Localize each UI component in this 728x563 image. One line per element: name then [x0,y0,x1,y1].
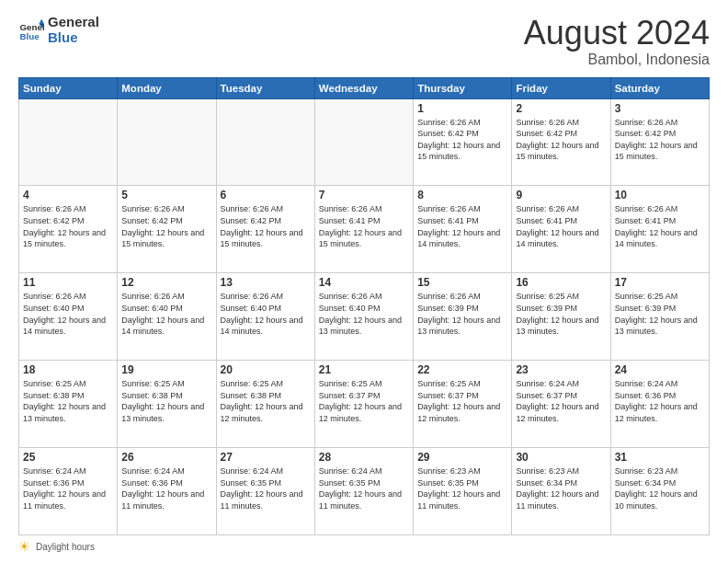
calendar-cell: 23Sunrise: 6:24 AMSunset: 6:37 PMDayligh… [512,361,610,448]
day-number: 22 [417,363,507,376]
day-number: 28 [319,451,409,464]
day-number: 10 [615,189,705,201]
calendar-cell: 28Sunrise: 6:24 AMSunset: 6:35 PMDayligh… [314,448,413,535]
day-info: Sunrise: 6:24 AMSunset: 6:36 PMDaylight:… [23,465,113,511]
calendar-cell [314,98,413,186]
day-info: Sunrise: 6:25 AMSunset: 6:37 PMDaylight:… [319,378,409,424]
day-number: 29 [417,451,507,464]
day-number: 2 [516,102,606,115]
calendar-cell: 24Sunrise: 6:24 AMSunset: 6:36 PMDayligh… [610,361,709,448]
calendar-cell: 6Sunrise: 6:26 AMSunset: 6:42 PMDaylight… [216,186,314,273]
day-info: Sunrise: 6:26 AMSunset: 6:40 PMDaylight:… [23,291,113,337]
day-info: Sunrise: 6:25 AMSunset: 6:38 PMDaylight:… [121,378,211,424]
calendar-cell: 11Sunrise: 6:26 AMSunset: 6:40 PMDayligh… [19,273,118,361]
calendar-cell: 10Sunrise: 6:26 AMSunset: 6:41 PMDayligh… [610,186,709,273]
calendar-cell: 30Sunrise: 6:23 AMSunset: 6:34 PMDayligh… [512,448,610,535]
day-info: Sunrise: 6:26 AMSunset: 6:42 PMDaylight:… [221,203,311,249]
calendar-week-row: 18Sunrise: 6:25 AMSunset: 6:38 PMDayligh… [19,361,710,448]
daylight-label: Daylight hours [36,542,95,552]
day-number: 1 [417,102,507,115]
calendar-week-row: 11Sunrise: 6:26 AMSunset: 6:40 PMDayligh… [19,273,710,361]
logo: General Blue General Blue [18,15,99,45]
logo-blue-text: Blue [48,30,99,46]
calendar-cell: 1Sunrise: 6:26 AMSunset: 6:42 PMDaylight… [414,98,512,186]
day-info: Sunrise: 6:24 AMSunset: 6:36 PMDaylight:… [121,465,211,511]
day-number: 23 [516,363,606,376]
calendar-week-row: 4Sunrise: 6:26 AMSunset: 6:42 PMDaylight… [19,186,710,273]
day-info: Sunrise: 6:26 AMSunset: 6:41 PMDaylight:… [417,203,507,249]
title-block: August 2024 Bambol, Indonesia [524,15,710,68]
day-number: 26 [121,451,211,464]
calendar-cell: 14Sunrise: 6:26 AMSunset: 6:40 PMDayligh… [314,273,413,361]
sun-icon: ☀ [18,539,30,554]
calendar-cell: 8Sunrise: 6:26 AMSunset: 6:41 PMDaylight… [414,186,512,273]
day-number: 13 [221,276,311,289]
day-number: 25 [23,451,113,464]
day-info: Sunrise: 6:26 AMSunset: 6:41 PMDaylight:… [615,203,705,249]
calendar-cell: 19Sunrise: 6:25 AMSunset: 6:38 PMDayligh… [118,361,216,448]
calendar-cell: 31Sunrise: 6:23 AMSunset: 6:34 PMDayligh… [610,448,709,535]
logo-general-text: General [48,15,99,30]
col-header-wednesday: Wednesday [314,77,413,98]
logo-icon: General Blue [18,17,44,43]
calendar-cell: 18Sunrise: 6:25 AMSunset: 6:38 PMDayligh… [19,361,118,448]
calendar-cell: 7Sunrise: 6:26 AMSunset: 6:41 PMDaylight… [314,186,413,273]
calendar-cell: 26Sunrise: 6:24 AMSunset: 6:36 PMDayligh… [118,448,216,535]
calendar-cell: 2Sunrise: 6:26 AMSunset: 6:42 PMDaylight… [512,98,610,186]
day-info: Sunrise: 6:26 AMSunset: 6:41 PMDaylight:… [319,203,409,249]
calendar-cell: 15Sunrise: 6:26 AMSunset: 6:39 PMDayligh… [414,273,512,361]
day-number: 11 [23,276,113,289]
col-header-sunday: Sunday [19,77,118,98]
day-number: 6 [221,189,311,201]
day-number: 18 [23,363,113,376]
svg-text:Blue: Blue [19,30,40,40]
day-number: 9 [516,189,606,201]
col-header-saturday: Saturday [610,77,709,98]
svg-marker-2 [39,18,44,24]
day-number: 16 [516,276,606,289]
calendar-cell: 12Sunrise: 6:26 AMSunset: 6:40 PMDayligh… [118,273,216,361]
day-info: Sunrise: 6:26 AMSunset: 6:42 PMDaylight:… [121,203,211,249]
day-info: Sunrise: 6:26 AMSunset: 6:42 PMDaylight:… [417,117,507,163]
day-info: Sunrise: 6:25 AMSunset: 6:37 PMDaylight:… [417,378,507,424]
calendar-table: SundayMondayTuesdayWednesdayThursdayFrid… [18,77,710,535]
location: Bambol, Indonesia [524,52,710,68]
calendar-week-row: 1Sunrise: 6:26 AMSunset: 6:42 PMDaylight… [19,98,710,186]
col-header-thursday: Thursday [414,77,512,98]
day-info: Sunrise: 6:24 AMSunset: 6:37 PMDaylight:… [516,378,606,424]
header: General Blue General Blue August 2024 Ba… [18,15,710,68]
day-info: Sunrise: 6:25 AMSunset: 6:39 PMDaylight:… [615,291,705,337]
day-info: Sunrise: 6:26 AMSunset: 6:40 PMDaylight:… [221,291,311,337]
day-number: 17 [615,276,705,289]
day-number: 27 [221,451,311,464]
calendar-cell: 9Sunrise: 6:26 AMSunset: 6:41 PMDaylight… [512,186,610,273]
page: General Blue General Blue August 2024 Ba… [0,0,728,563]
month-year: August 2024 [524,15,710,52]
day-info: Sunrise: 6:23 AMSunset: 6:34 PMDaylight:… [516,465,606,511]
day-info: Sunrise: 6:26 AMSunset: 6:40 PMDaylight:… [121,291,211,337]
calendar-cell: 16Sunrise: 6:25 AMSunset: 6:39 PMDayligh… [512,273,610,361]
day-info: Sunrise: 6:26 AMSunset: 6:39 PMDaylight:… [417,291,507,337]
day-number: 5 [121,189,211,201]
calendar-cell: 20Sunrise: 6:25 AMSunset: 6:38 PMDayligh… [216,361,314,448]
day-info: Sunrise: 6:25 AMSunset: 6:38 PMDaylight:… [221,378,311,424]
day-number: 8 [417,189,507,201]
calendar-cell: 27Sunrise: 6:24 AMSunset: 6:35 PMDayligh… [216,448,314,535]
day-info: Sunrise: 6:24 AMSunset: 6:36 PMDaylight:… [615,378,705,424]
day-number: 15 [417,276,507,289]
day-info: Sunrise: 6:25 AMSunset: 6:38 PMDaylight:… [23,378,113,424]
day-number: 14 [319,276,409,289]
calendar-cell: 17Sunrise: 6:25 AMSunset: 6:39 PMDayligh… [610,273,709,361]
calendar-cell: 25Sunrise: 6:24 AMSunset: 6:36 PMDayligh… [19,448,118,535]
col-header-monday: Monday [118,77,216,98]
day-info: Sunrise: 6:26 AMSunset: 6:42 PMDaylight:… [23,203,113,249]
day-number: 31 [615,451,705,464]
day-info: Sunrise: 6:25 AMSunset: 6:39 PMDaylight:… [516,291,606,337]
day-number: 7 [319,189,409,201]
col-header-tuesday: Tuesday [216,77,314,98]
day-number: 4 [23,189,113,201]
calendar-cell [118,98,216,186]
day-number: 24 [615,363,705,376]
calendar-cell: 22Sunrise: 6:25 AMSunset: 6:37 PMDayligh… [414,361,512,448]
day-number: 3 [615,102,705,115]
